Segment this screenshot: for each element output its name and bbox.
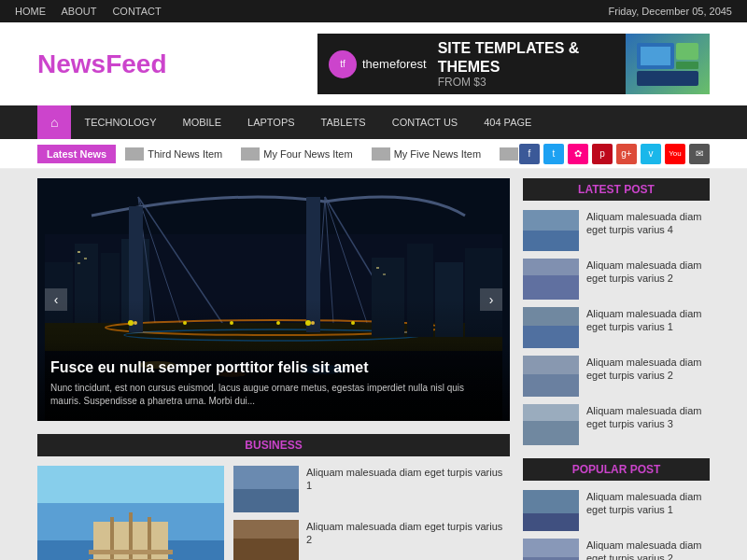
post-item-3[interactable]: Aliquam malesuada diam eget turpis variu…: [523, 307, 710, 348]
svg-rect-43: [376, 267, 379, 269]
news-ticker: Latest News Third News Item My Four News…: [0, 139, 747, 169]
post-text-4: Aliquam malesuada diam eget turpis variu…: [586, 356, 710, 383]
nav-mobile[interactable]: MOBILE: [169, 107, 234, 137]
svg-rect-73: [523, 513, 579, 531]
logo-black: News: [37, 49, 106, 78]
ad-title: SITE TEMPLATES & THEMES: [438, 39, 626, 75]
nav-about[interactable]: ABOUT: [61, 6, 96, 17]
social-pinterest[interactable]: p: [592, 144, 613, 164]
pop-item-1[interactable]: Aliquam malesuada diam eget turpis variu…: [523, 490, 710, 531]
biz-text-1: Aliquam malesuada diam eget turpis variu…: [306, 466, 510, 493]
banner-ad[interactable]: tf themeforest SITE TEMPLATES & THEMES F…: [317, 34, 710, 94]
ticker-item-3[interactable]: My Five News Item: [372, 147, 482, 161]
social-googleplus[interactable]: g+: [616, 144, 637, 164]
popular-post-section: POPULAR POST Aliquam malesuada diam eget…: [523, 458, 710, 560]
post-text-3: Aliquam malesuada diam eget turpis variu…: [586, 307, 710, 334]
ad-preview-image: [626, 34, 710, 94]
ticker-label: Latest News: [37, 145, 116, 163]
svg-rect-67: [523, 326, 579, 348]
svg-rect-3: [676, 62, 698, 69]
ad-text: SITE TEMPLATES & THEMES FROM $3: [438, 39, 626, 88]
svg-rect-44: [383, 273, 386, 275]
main-nav[interactable]: ⌂ TECHNOLOGY MOBILE LAPTOPS TABLETS CONT…: [0, 105, 747, 139]
nav-404[interactable]: 404 PAGE: [471, 107, 544, 137]
social-icons: f t ✿ p g+ v You ✉: [519, 144, 710, 164]
svg-rect-69: [523, 374, 579, 397]
hero-slider: ‹ › Fusce eu nulla semper porttitor feli…: [37, 178, 510, 421]
post-thumb-3: [523, 307, 579, 348]
svg-rect-4: [637, 71, 698, 86]
ticker-item-1[interactable]: Third News Item: [125, 147, 222, 161]
pop-thumb-1: [523, 490, 579, 531]
business-items: Aliquam malesuada diam eget turpis variu…: [233, 466, 510, 560]
business-heading: BUSINESS: [37, 434, 510, 456]
ticker-item-4[interactable]: My Six News Item: [500, 147, 519, 161]
ticker-thumb-2: [241, 147, 260, 161]
post-text-5: Aliquam malesuada diam eget turpis variu…: [586, 404, 710, 431]
slider-next-button[interactable]: ›: [480, 288, 502, 311]
svg-rect-11: [78, 251, 80, 253]
ticker-thumb-3: [372, 147, 390, 161]
tf-brand: tf themeforest: [317, 43, 438, 86]
social-facebook[interactable]: f: [519, 144, 540, 164]
site-logo[interactable]: NewsFeed: [37, 49, 167, 79]
biz-item-2[interactable]: Aliquam malesuada diam eget turpis variu…: [233, 520, 510, 560]
svg-rect-13: [78, 262, 80, 264]
home-button[interactable]: ⌂: [37, 105, 71, 139]
header: NewsFeed tf themeforest SITE TEMPLATES &…: [0, 22, 747, 105]
post-thumb-1: [523, 210, 579, 251]
pop-thumb-2: [523, 539, 579, 560]
slider-description: Nunc tincidunt, est non cursus euismod, …: [50, 382, 497, 408]
main-column: ‹ › Fusce eu nulla semper porttitor feli…: [37, 178, 510, 560]
svg-rect-74: [523, 539, 579, 560]
svg-rect-2: [676, 43, 698, 60]
slider-prev-button[interactable]: ‹: [45, 288, 67, 311]
svg-rect-1: [641, 47, 670, 65]
content-area: ‹ › Fusce eu nulla semper porttitor feli…: [0, 178, 747, 560]
svg-rect-59: [233, 539, 299, 560]
social-vimeo[interactable]: v: [641, 144, 661, 164]
latest-post-section: LATEST POST Aliquam malesuada diam eget …: [523, 178, 710, 445]
social-email[interactable]: ✉: [689, 144, 710, 164]
biz-thumb-1: [233, 466, 299, 512]
business-section: BUSINESS: [37, 434, 510, 560]
nav-tablets[interactable]: TABLETS: [308, 107, 379, 137]
nav-laptops[interactable]: LAPTOPS: [234, 107, 308, 137]
nav-home[interactable]: HOME: [15, 6, 46, 17]
biz-thumb-2: [233, 520, 299, 560]
top-nav[interactable]: HOME ABOUT CONTACT: [15, 6, 175, 17]
post-item-2[interactable]: Aliquam malesuada diam eget turpis variu…: [523, 259, 710, 300]
ticker-items: Third News Item My Four News Item My Fiv…: [125, 147, 519, 161]
post-item-4[interactable]: Aliquam malesuada diam eget turpis variu…: [523, 356, 710, 397]
svg-rect-65: [523, 275, 579, 300]
social-twitter[interactable]: t: [543, 144, 564, 164]
pop-text-2: Aliquam malesuada diam eget turpis variu…: [586, 539, 710, 560]
post-text-1: Aliquam malesuada diam eget turpis variu…: [586, 210, 710, 237]
ticker-item-2[interactable]: My Four News Item: [241, 147, 352, 161]
latest-post-heading: LATEST POST: [523, 178, 710, 201]
social-flickr[interactable]: ✿: [568, 144, 588, 164]
nav-contact-us[interactable]: CONTACT US: [379, 107, 472, 137]
ticker-thumb-1: [125, 147, 144, 161]
popular-post-heading: POPULAR POST: [523, 458, 710, 481]
pop-item-2[interactable]: Aliquam malesuada diam eget turpis variu…: [523, 539, 710, 560]
top-bar: HOME ABOUT CONTACT Friday, December 05, …: [0, 0, 747, 22]
nav-technology[interactable]: TECHNOLOGY: [71, 107, 169, 137]
current-date: Friday, December 05, 2045: [609, 6, 732, 17]
slider-title: Fusce eu nulla semper porttitor felis si…: [50, 359, 497, 376]
biz-item-1[interactable]: Aliquam malesuada diam eget turpis variu…: [233, 466, 510, 512]
post-thumb-4: [523, 356, 579, 397]
biz-text-2: Aliquam malesuada diam eget turpis variu…: [306, 520, 510, 547]
ticker-thumb-4: [500, 147, 518, 161]
nav-contact[interactable]: CONTACT: [112, 6, 161, 17]
svg-rect-12: [84, 258, 87, 259]
post-item-5[interactable]: Aliquam malesuada diam eget turpis variu…: [523, 404, 710, 445]
svg-rect-53: [89, 550, 173, 554]
post-item-1[interactable]: Aliquam malesuada diam eget turpis variu…: [523, 210, 710, 251]
slider-overlay: Fusce eu nulla semper porttitor felis si…: [37, 341, 510, 421]
svg-rect-57: [233, 489, 299, 512]
business-main-image: [37, 466, 224, 560]
post-thumb-5: [523, 404, 579, 445]
social-youtube[interactable]: You: [665, 144, 685, 164]
ad-subtitle: FROM $3: [438, 76, 626, 89]
